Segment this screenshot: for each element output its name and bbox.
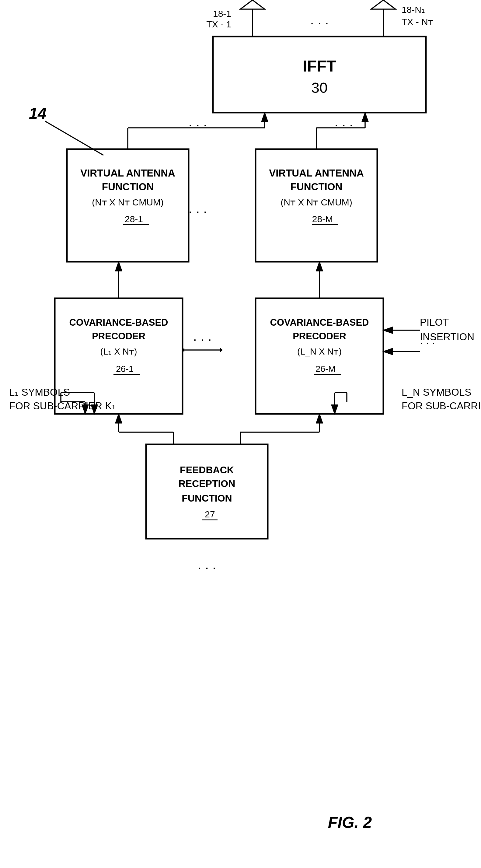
vaf1-t3: (Nᴛ X Nᴛ CMUM) — [92, 197, 164, 207]
dots-pilot: . . . — [420, 334, 435, 346]
vaf1-id: 28-1 — [125, 214, 143, 224]
txnt-label: TX - Nᴛ — [402, 17, 433, 27]
fb-t3: FUNCTION — [182, 493, 232, 504]
ifft-text: IFFT — [303, 57, 336, 75]
ln-t2: FOR SUB-CARRIER K_M — [402, 400, 481, 411]
cbp1-t2: PRECODER — [92, 331, 146, 341]
fig2-caption: FIG. 2 — [328, 813, 372, 831]
main-diagram: 14 IFFT 30 18-1 TX - 1 18-N₁ TX - Nᴛ . .… — [0, 0, 481, 868]
vaf1-t2: FUNCTION — [102, 181, 154, 192]
cbp2-t2: PRECODER — [293, 331, 346, 341]
vaf2-t3: (Nᴛ X Nᴛ CMUM) — [281, 197, 352, 207]
cbp2-id: 26-M — [316, 364, 335, 374]
cbp1-t3: (L₁ X Nᴛ) — [100, 347, 137, 356]
dots-arr-top2: . . . — [334, 114, 353, 129]
pilot-t1: PILOT — [420, 316, 449, 328]
tx1-label: TX - 1 — [206, 19, 231, 29]
vaf2-t1: VIRTUAL ANTENNA — [269, 167, 364, 179]
dots-ant: . . . — [310, 12, 328, 27]
vaf2-t2: FUNCTION — [291, 181, 342, 192]
cbp1-t1: COVARIANCE-BASED — [69, 317, 168, 328]
ln-t1: L_N SYMBOLS — [402, 386, 471, 398]
vaf1-t1: VIRTUAL ANTENNA — [80, 167, 175, 179]
ref-18-n1: 18-N₁ — [402, 5, 425, 14]
fb-t1: FEEDBACK — [180, 464, 234, 475]
dots-cbp: . . . — [193, 329, 212, 344]
ifft-num: 30 — [311, 80, 327, 96]
label-14: 14 — [29, 104, 46, 122]
cbp1-id: 26-1 — [116, 364, 134, 374]
fb-t2: RECEPTION — [179, 478, 235, 489]
cbp2-t3: (L_N X Nᴛ) — [297, 347, 342, 356]
vaf2-id: 28-M — [312, 214, 333, 224]
dots-arr-top: . . . — [188, 114, 207, 129]
cbp2-t1: COVARIANCE-BASED — [270, 317, 369, 328]
dots-vaf: . . . — [188, 201, 207, 216]
dots-bottom: . . . — [197, 557, 216, 572]
ref-18-1: 18-1 — [213, 8, 231, 19]
fb-id: 27 — [205, 509, 215, 519]
